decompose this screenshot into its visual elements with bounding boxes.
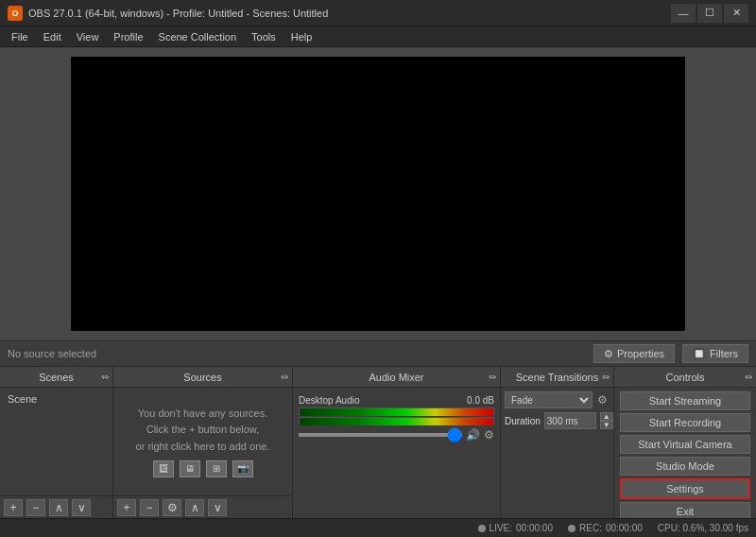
cpu-status: CPU: 0.6%, 30.00 fps	[658, 523, 748, 533]
rec-time: 00:00:00	[606, 523, 643, 533]
sources-add-button[interactable]: +	[117, 499, 136, 516]
sources-gear-button[interactable]: ⚙	[163, 499, 181, 516]
preview-area	[0, 47, 756, 340]
menu-view[interactable]: View	[69, 26, 107, 47]
audio-mute-icon[interactable]: 🔊	[466, 428, 480, 442]
scene-item[interactable]: Scene	[4, 391, 109, 407]
audio-db-value: 0.0 dB	[466, 395, 494, 406]
window-source-icon: ⊞	[206, 460, 227, 477]
start-virtual-camera-button[interactable]: Start Virtual Camera	[620, 435, 750, 454]
menu-help[interactable]: Help	[284, 26, 320, 47]
controls-header-label: Controls	[666, 372, 705, 383]
sources-up-button[interactable]: ∧	[185, 499, 204, 516]
live-label: LIVE:	[490, 523, 512, 533]
audio-header-label: Audio Mixer	[369, 372, 423, 383]
sources-type-icons: 🖼 🖥 ⊞ 📷	[153, 460, 253, 477]
audio-track-name-label: Desktop Audio	[299, 395, 360, 406]
camera-source-icon: 📷	[232, 460, 253, 477]
sources-expand-icon[interactable]: ⇔	[281, 372, 288, 382]
live-indicator	[478, 525, 486, 532]
image-source-icon: 🖼	[153, 460, 174, 477]
titlebar: O OBS 27.0.1 (64-bit, windows) - Profile…	[0, 0, 756, 26]
scenes-up-button[interactable]: ∧	[49, 499, 68, 516]
scenes-panel-content: Scene	[0, 388, 112, 495]
menu-tools[interactable]: Tools	[244, 26, 284, 47]
sources-header-label: Sources	[183, 372, 221, 383]
start-streaming-button[interactable]: Start Streaming	[620, 391, 750, 410]
scenes-footer: + − ∧ ∨	[0, 495, 112, 518]
duration-input[interactable]	[544, 412, 596, 429]
sources-down-button[interactable]: ∨	[208, 499, 227, 516]
settings-button[interactable]: Settings	[620, 478, 750, 499]
menu-file[interactable]: File	[4, 26, 36, 47]
bottom-panels: Scenes ⇔ Scene + − ∧ ∨ Sources ⇔ You don…	[0, 367, 756, 518]
transitions-expand-icon[interactable]: ⇔	[602, 372, 610, 382]
audio-settings-icon[interactable]: ⚙	[484, 428, 494, 442]
audio-mixer-panel: Audio Mixer ⇔ Desktop Audio 0.0 dB	[293, 367, 501, 518]
filters-label: Filters	[710, 348, 738, 359]
menu-profile[interactable]: Profile	[106, 26, 150, 47]
controls-panel-header: Controls ⇔	[614, 367, 756, 388]
audio-panel-content: Desktop Audio 0.0 dB 🔊 ⚙	[293, 388, 500, 518]
scenes-expand-icon[interactable]: ⇔	[101, 372, 109, 382]
audio-volume-slider[interactable]	[299, 433, 462, 437]
live-time: 00:00:00	[516, 523, 553, 533]
exit-button[interactable]: Exit	[620, 502, 750, 518]
gear-icon: ⚙	[604, 348, 613, 360]
scenes-header-label: Scenes	[39, 372, 74, 383]
transitions-panel-content: Fade Cut ⚙ Duration ▲ ▼	[501, 388, 613, 518]
properties-label: Properties	[617, 348, 664, 359]
audio-expand-icon[interactable]: ⇔	[489, 372, 496, 382]
scenes-remove-button[interactable]: −	[26, 499, 45, 516]
sources-footer: + − ⚙ ∧ ∨	[113, 495, 292, 518]
sources-panel-content[interactable]: You don't have any sources. Click the + …	[113, 388, 292, 495]
duration-down-button[interactable]: ▼	[600, 421, 613, 429]
cpu-label: CPU: 0.6%, 30.00 fps	[658, 523, 748, 533]
transition-gear-icon[interactable]: ⚙	[594, 393, 610, 407]
studio-mode-button[interactable]: Studio Mode	[620, 457, 750, 476]
duration-label: Duration	[505, 416, 541, 426]
audio-panel-header: Audio Mixer ⇔	[293, 367, 500, 388]
filter-icon: 🔲	[693, 348, 706, 360]
sources-empty-line2: Click the + button below,	[146, 422, 260, 439]
audio-meter	[299, 407, 494, 415]
transitions-header-label: Scene Transitions	[516, 372, 598, 383]
menu-edit[interactable]: Edit	[36, 26, 69, 47]
scene-transitions-panel: Scene Transitions ⇔ Fade Cut ⚙ Duration …	[501, 367, 614, 518]
window-title: OBS 27.0.1 (64-bit, windows) - Profile: …	[28, 8, 671, 19]
scenes-panel-header: Scenes ⇔	[0, 367, 112, 388]
properties-button[interactable]: ⚙ Properties	[593, 344, 675, 363]
minimize-button[interactable]: —	[671, 4, 696, 23]
sources-remove-button[interactable]: −	[140, 499, 159, 516]
audio-slider-row: 🔊 ⚙	[299, 428, 494, 442]
maximize-button[interactable]: ☐	[697, 4, 722, 23]
display-source-icon: 🖥	[180, 460, 200, 477]
controls-expand-icon[interactable]: ⇔	[745, 372, 752, 382]
start-recording-button[interactable]: Start Recording	[620, 413, 750, 432]
transition-type-select[interactable]: Fade Cut	[505, 391, 593, 408]
menubar: File Edit View Profile Scene Collection …	[0, 26, 756, 47]
audio-track-desktop: Desktop Audio 0.0 dB 🔊 ⚙	[299, 395, 494, 442]
rec-indicator	[568, 525, 576, 532]
audio-meter-scale-2	[300, 418, 493, 425]
audio-meter-scale	[300, 408, 493, 416]
audio-track-header: Desktop Audio 0.0 dB	[299, 395, 494, 406]
source-bar: No source selected ⚙ Properties 🔲 Filter…	[0, 340, 756, 367]
filters-button[interactable]: 🔲 Filters	[682, 344, 748, 363]
transitions-panel-header: Scene Transitions ⇔	[501, 367, 613, 388]
duration-up-button[interactable]: ▲	[600, 412, 613, 421]
duration-row: Duration ▲ ▼	[505, 412, 610, 429]
controls-panel: Controls ⇔ Start Streaming Start Recordi…	[614, 367, 756, 518]
close-button[interactable]: ✕	[724, 4, 748, 23]
scenes-add-button[interactable]: +	[4, 499, 23, 516]
scenes-down-button[interactable]: ∨	[72, 499, 91, 516]
duration-spinner: ▲ ▼	[600, 412, 613, 429]
transition-select-row: Fade Cut ⚙	[505, 391, 610, 408]
scenes-panel: Scenes ⇔ Scene + − ∧ ∨	[0, 367, 113, 518]
rec-label: REC:	[579, 523, 602, 533]
statusbar: LIVE: 00:00:00 REC: 00:00:00 CPU: 0.6%, …	[0, 518, 756, 537]
sources-panel: Sources ⇔ You don't have any sources. Cl…	[113, 367, 293, 518]
menu-scene-collection[interactable]: Scene Collection	[151, 26, 245, 47]
sources-empty-line1: You don't have any sources.	[138, 406, 267, 423]
main-content: No source selected ⚙ Properties 🔲 Filter…	[0, 47, 756, 537]
